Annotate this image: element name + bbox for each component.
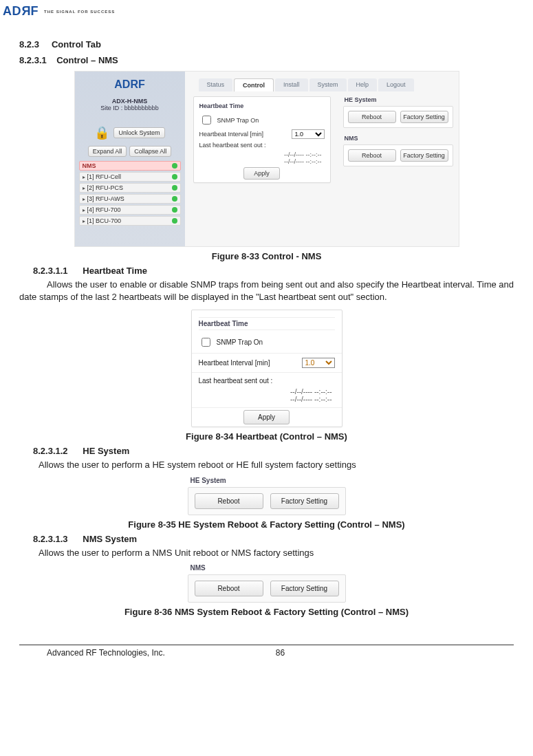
unlock-system-button[interactable]: Unlock System bbox=[113, 127, 164, 138]
section-title: HE System bbox=[83, 446, 129, 456]
status-dot-icon bbox=[172, 174, 177, 180]
tab-status[interactable]: Status bbox=[199, 78, 233, 91]
status-dot-icon bbox=[172, 207, 177, 213]
tab-control[interactable]: Control bbox=[234, 78, 274, 91]
heartbeat-interval-select[interactable]: 1.0 bbox=[302, 358, 335, 368]
tree-arrow-icon: ▸ bbox=[83, 196, 85, 202]
tree-node-label: [2] RFU-PCS bbox=[87, 184, 124, 191]
main-tabs: Status Control Install System Help Logou… bbox=[199, 78, 452, 91]
tree-node[interactable]: ▸[2] RFU-PCS bbox=[79, 183, 181, 193]
page-footer: Advanced RF Technologies, Inc. 86 bbox=[19, 645, 514, 658]
heartbeat-interval-select[interactable]: 1.0 bbox=[292, 129, 325, 139]
snmp-trap-checkbox[interactable] bbox=[202, 116, 211, 125]
snmp-trap-checkbox[interactable] bbox=[202, 338, 210, 347]
sidebar-siteid: Site ID : bbbbbbbbbb bbox=[75, 105, 185, 111]
last-heartbeat-label: Last heartbeat sent out : bbox=[199, 142, 325, 149]
he-system-title: HE System bbox=[345, 96, 453, 103]
he-factory-button[interactable]: Factory Setting bbox=[270, 493, 339, 509]
apply-button[interactable]: Apply bbox=[243, 167, 280, 180]
expand-all-button[interactable]: Expand All bbox=[88, 146, 127, 157]
he-system-title: HE System bbox=[191, 477, 346, 484]
heartbeat-interval-label: Heartbeat Interval [min] bbox=[199, 359, 298, 367]
last-heartbeat-timestamp-2: --/--/---- --:--:-- bbox=[199, 396, 332, 403]
section-8-2-3-1: 8.2.3.1 Control – NMS bbox=[19, 55, 514, 65]
figure-8-35-screenshot: HE System Reboot Factory Setting bbox=[188, 477, 346, 515]
right-column: HE System Reboot Factory Setting NMS Reb… bbox=[343, 96, 453, 173]
tree-node-label: [1] RFU-Cell bbox=[87, 173, 122, 180]
section-title: Control Tab bbox=[52, 39, 101, 50]
tree-node-label: [1] BCU-700 bbox=[87, 217, 122, 224]
heartbeat-description-text: Allows the user to enable or disable SNM… bbox=[19, 279, 514, 302]
status-dot-icon bbox=[172, 196, 177, 202]
sidebar-logo: ADRF bbox=[75, 78, 185, 91]
figure-8-34-caption: Figure 8-34 Heartbeat (Control – NMS) bbox=[19, 431, 514, 442]
heartbeat-panel-title: Heartbeat Time bbox=[199, 102, 325, 109]
he-reboot-button[interactable]: Reboot bbox=[348, 111, 396, 123]
figure-8-34-screenshot: Heartbeat Time SNMP Trap On Heartbeat In… bbox=[191, 310, 342, 427]
section-title: Control – NMS bbox=[56, 55, 118, 65]
figure-8-33-screenshot: ADRF ADX-H-NMS Site ID : bbbbbbbbbb 🔒 Un… bbox=[74, 71, 459, 247]
last-heartbeat-label: Last heartbeat sent out : bbox=[199, 377, 335, 385]
tab-help[interactable]: Help bbox=[348, 78, 378, 91]
section-title: NMS System bbox=[83, 534, 137, 544]
last-heartbeat-timestamp-1: --/--/---- --:--:-- bbox=[199, 388, 332, 396]
section-title: Heartbeat Time bbox=[83, 266, 147, 276]
tree-node[interactable]: ▸[1] BCU-700 bbox=[79, 216, 181, 226]
tree-arrow-icon: ▸ bbox=[83, 207, 85, 213]
tree-node[interactable]: ▸[1] RFU-Cell bbox=[79, 172, 181, 182]
nms-reboot-button[interactable]: Reboot bbox=[348, 149, 396, 162]
he-reboot-button[interactable]: Reboot bbox=[195, 493, 263, 509]
tree-node-label: [3] RFU-AWS bbox=[87, 195, 124, 202]
tree-root-label: NMS bbox=[83, 162, 96, 169]
figure-8-36-caption: Figure 8-36 NMS System Reboot & Factory … bbox=[19, 607, 514, 617]
nms-title: NMS bbox=[345, 135, 453, 142]
section-8-2-3: 8.2.3 Control Tab bbox=[19, 39, 514, 50]
tree-node-label: [4] RFU-700 bbox=[87, 206, 121, 213]
nms-reboot-button[interactable]: Reboot bbox=[195, 581, 263, 596]
heartbeat-interval-label: Heartbeat Interval [min] bbox=[199, 131, 287, 138]
tab-system[interactable]: System bbox=[309, 78, 347, 91]
heartbeat-panel: Heartbeat Time SNMP Trap On Heartbeat In… bbox=[193, 96, 331, 183]
tree-arrow-icon: ▸ bbox=[83, 185, 85, 191]
collapse-all-button[interactable]: Collapse All bbox=[129, 146, 171, 157]
tree-node[interactable]: ▸[4] RFU-700 bbox=[79, 205, 181, 215]
tree-arrow-icon: ▸ bbox=[83, 218, 85, 224]
section-number: 8.2.3.1.2 bbox=[33, 446, 68, 456]
apply-button[interactable]: Apply bbox=[243, 410, 290, 424]
figure-8-36-screenshot: NMS Reboot Factory Setting bbox=[188, 564, 346, 603]
section-number: 8.2.3.1 bbox=[19, 55, 47, 65]
tree-root-nms[interactable]: NMS bbox=[79, 161, 181, 171]
he-system-description: Allows the user to perform a HE system r… bbox=[39, 459, 514, 471]
nms-title: NMS bbox=[191, 564, 346, 572]
nms-box: Reboot Factory Setting bbox=[188, 574, 346, 603]
nms-system-description: Allows the user to perform a NMS Unit re… bbox=[39, 547, 514, 559]
footer-company: Advanced RF Technologies, Inc. bbox=[19, 648, 267, 658]
tree-node[interactable]: ▸[3] RFU-AWS bbox=[79, 194, 181, 204]
section-8-2-3-1-1: 8.2.3.1.1 Heartbeat Time bbox=[33, 266, 514, 276]
snmp-trap-label: SNMP Trap On bbox=[217, 338, 335, 346]
sidebar-model: ADX-H-NMS bbox=[75, 98, 185, 105]
section-number: 8.2.3.1.3 bbox=[33, 534, 68, 544]
heartbeat-panel-title: Heartbeat Time bbox=[199, 317, 335, 330]
nms-main-area: Status Control Install System Help Logou… bbox=[185, 72, 459, 246]
nms-sidebar: ADRF ADX-H-NMS Site ID : bbbbbbbbbb 🔒 Un… bbox=[75, 72, 185, 246]
section-8-2-3-1-3: 8.2.3.1.3 NMS System bbox=[33, 534, 514, 544]
last-heartbeat-timestamp-2: --/--/---- --:--:-- bbox=[199, 158, 322, 165]
he-system-box: Reboot Factory Setting bbox=[188, 487, 346, 515]
tab-logout[interactable]: Logout bbox=[378, 78, 414, 91]
section-number: 8.2.3.1.1 bbox=[33, 266, 68, 276]
brand-logo: ADRF bbox=[3, 4, 39, 19]
section-number: 8.2.3 bbox=[19, 39, 39, 50]
tree-arrow-icon: ▸ bbox=[83, 174, 85, 180]
status-dot-icon bbox=[172, 163, 177, 169]
page-header-logo: ADRF THE SIGNAL FOR SUCCESS bbox=[0, 0, 533, 21]
device-tree: NMS ▸[1] RFU-Cell ▸[2] RFU-PCS ▸[3] RFU-… bbox=[79, 161, 181, 226]
snmp-trap-label: SNMP Trap On bbox=[217, 117, 325, 124]
last-heartbeat-timestamp-1: --/--/---- --:--:-- bbox=[199, 151, 322, 158]
nms-factory-button[interactable]: Factory Setting bbox=[400, 149, 448, 162]
he-system-box: Reboot Factory Setting bbox=[343, 106, 453, 128]
nms-box: Reboot Factory Setting bbox=[343, 144, 453, 166]
nms-factory-button[interactable]: Factory Setting bbox=[270, 581, 339, 596]
tab-install[interactable]: Install bbox=[275, 78, 308, 91]
he-factory-button[interactable]: Factory Setting bbox=[400, 111, 448, 123]
